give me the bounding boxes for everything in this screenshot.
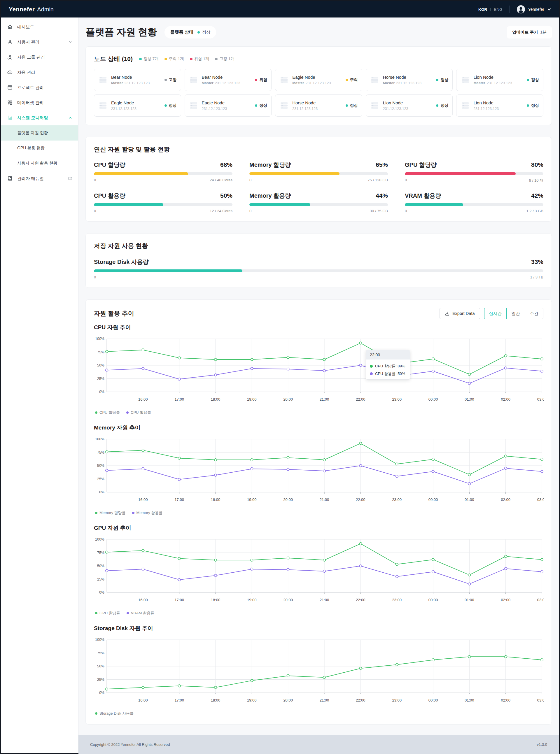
- node-status-dot: [164, 79, 167, 81]
- node-name: Lion Node: [473, 100, 499, 105]
- gauge-max: 1.2 / 3 GB: [526, 209, 543, 213]
- svg-text:100%: 100%: [95, 337, 104, 341]
- node-status: 정상: [436, 103, 448, 108]
- node-icon-wrap: [189, 101, 198, 110]
- svg-text:50%: 50%: [97, 664, 104, 668]
- chart-title: Memory 자원 추이: [94, 424, 543, 431]
- svg-text:100%: 100%: [95, 437, 104, 441]
- node-name: Eagle Node: [111, 100, 137, 105]
- export-data-button[interactable]: Export Data: [440, 308, 480, 319]
- page-title: 플랫폼 자원 현황: [85, 26, 157, 39]
- storage-gauge-min: 0: [94, 275, 96, 279]
- gauge-min: 0: [405, 209, 407, 213]
- node-card: Lion Node231.12.123.123정상: [456, 95, 543, 117]
- node-icon-wrap: [98, 75, 107, 85]
- sidebar-item-dataset-management[interactable]: 데이터셋 관리: [1, 95, 78, 110]
- resource-gauge: Memory 활용량44%030 / 75 GB: [249, 192, 388, 213]
- svg-text:03:00: 03:00: [537, 397, 544, 402]
- node-legend-item: 위험 1개: [190, 56, 209, 62]
- gauge-track: [405, 203, 543, 206]
- sidebar-subitem-platform-resources[interactable]: 플랫폼 자원 현황: [1, 125, 78, 141]
- compute-resources-card: 연산 자원 할당 및 활용 현황 CPU 할당량68%024 / 40 Core…: [85, 137, 552, 222]
- sidebar-item-system-monitoring[interactable]: 시스템 모니터링: [1, 110, 78, 125]
- sidebar-subitem-user-resource-usage[interactable]: 사용자 자원 활용 현황: [1, 156, 78, 171]
- svg-text:02:00: 02:00: [501, 497, 511, 502]
- svg-text:75%: 75%: [97, 450, 104, 454]
- gauge-min: 0: [249, 178, 252, 182]
- gauge-percent: 68%: [220, 161, 233, 168]
- svg-text:19:00: 19:00: [247, 598, 257, 602]
- sidebar-item-user-management[interactable]: 사용자 관리: [1, 35, 78, 49]
- trend-tab-2[interactable]: 일간: [506, 308, 525, 319]
- node-name: Bear Node: [111, 75, 149, 80]
- sidebar-item-label: 관리자 매뉴얼: [17, 176, 44, 181]
- node-section-title: 노드 상태 (10): [94, 55, 133, 63]
- node-card: Bear NodeMaster231.12.123.123위험: [185, 69, 272, 91]
- node-icon-wrap: [370, 75, 379, 85]
- resource-gauge: GPU 할당량80%08 / 10 개: [405, 161, 543, 183]
- server-icon: [98, 101, 107, 110]
- chart-legend-label: CPU 활용률: [131, 410, 151, 415]
- node-status-dot: [436, 104, 438, 107]
- sidebar-item-dashboard[interactable]: 대시보드: [1, 19, 78, 35]
- sidebar-subitem-label: GPU 활용 현황: [17, 145, 45, 151]
- chart-svg: 0%25%50%75%100%16:0017:0018:0019:0020:00…: [94, 636, 544, 709]
- tooltip-time: 22:00: [366, 350, 410, 360]
- node-subtitle: Master231.12.123.123: [292, 81, 331, 85]
- svg-text:21:00: 21:00: [320, 698, 329, 702]
- node-subtitle: 231.12.123.123: [473, 107, 499, 111]
- node-name: Horse Node: [383, 75, 421, 80]
- gauge-head: Memory 할당량65%: [249, 161, 388, 169]
- node-info: Lion NodeMaster231.12.123.123: [473, 75, 512, 85]
- chart-legend-label: Storage Disk 사용률: [99, 711, 134, 716]
- svg-text:18:00: 18:00: [211, 598, 220, 602]
- chart-svg: 0%25%50%75%100%16:0017:0018:0019:0020:00…: [94, 335, 544, 408]
- trend-tab-1[interactable]: 실시간: [484, 308, 507, 319]
- lang-kor-button[interactable]: KOR: [478, 7, 487, 12]
- sidebar-item-resource-group[interactable]: 자원 그룹 관리: [1, 49, 78, 65]
- trend-tab-3[interactable]: 주간: [525, 308, 543, 319]
- storage-gauge-label: Storage Disk 사용량: [94, 258, 149, 266]
- node-status: 정상: [436, 77, 448, 82]
- node-status-legend: 정상 7개주의 1개위험 1개고장 1개: [139, 56, 235, 62]
- gauge-track: [405, 172, 543, 175]
- chart-legend-item: Storage Disk 사용률: [95, 711, 134, 716]
- node-subtitle: 231.12.123.123: [202, 107, 227, 111]
- node-icon-wrap: [189, 75, 198, 85]
- node-role: Master: [202, 81, 214, 85]
- node-status-dot: [346, 79, 348, 81]
- node-legend-item: 정상 7개: [139, 56, 159, 62]
- node-role: Master: [292, 81, 304, 85]
- server-icon: [98, 75, 107, 85]
- gauge-range: 01.2 / 3 GB: [405, 209, 543, 213]
- sidebar-item-project-management[interactable]: 프로젝트 관리: [1, 80, 78, 95]
- sidebar-item-admin-manual[interactable]: 관리자 매뉴얼: [1, 171, 78, 186]
- platform-status-value: 정상: [202, 30, 210, 35]
- platform-status-label: 플랫폼 상태: [170, 29, 193, 35]
- copyright-text: Copyright © 2022 Yennefer All Rights Res…: [90, 742, 170, 747]
- node-ip: 231.12.123.123: [487, 81, 512, 85]
- node-subtitle: 231.12.123.123: [111, 107, 137, 111]
- node-role: Master: [383, 81, 395, 85]
- platform-status-badge: 플랫폼 상태 정상: [164, 26, 216, 39]
- svg-text:20:00: 20:00: [283, 698, 293, 702]
- sidebar-item-label: 프로젝트 관리: [17, 85, 44, 90]
- sidebar-item-resource-management[interactable]: 자원 관리: [1, 65, 78, 80]
- tooltip-row: CPU 활용률: 50%: [370, 371, 406, 376]
- svg-text:22:00: 22:00: [356, 598, 365, 602]
- user-menu[interactable]: Yennefer: [517, 5, 551, 14]
- node-subtitle: Master231.12.123.123: [473, 81, 512, 85]
- chart-legend-label: GPU 할당률: [99, 611, 120, 616]
- gauge-label: CPU 활용량: [94, 192, 125, 200]
- trend-card: 자원 활용 추이 Export Data 실시간일간주간 CPU 자원 추이0%: [85, 300, 552, 725]
- chart-legend-item: Memory 할당률: [95, 510, 126, 515]
- sidebar-subitem-gpu-usage[interactable]: GPU 활용 현황: [1, 141, 78, 156]
- gauge-percent: 44%: [376, 192, 388, 199]
- chart-legend-label: Memory 할당률: [99, 510, 126, 515]
- node-card: Lion Node231.12.123.123정상: [366, 95, 453, 117]
- lang-eng-button[interactable]: ENG: [494, 7, 502, 12]
- node-icon-wrap: [370, 101, 379, 110]
- node-card: Lion NodeMaster231.12.123.123정상: [456, 69, 543, 91]
- node-info: Eagle NodeMaster231.12.123.123: [292, 75, 331, 85]
- svg-text:02:00: 02:00: [501, 598, 511, 602]
